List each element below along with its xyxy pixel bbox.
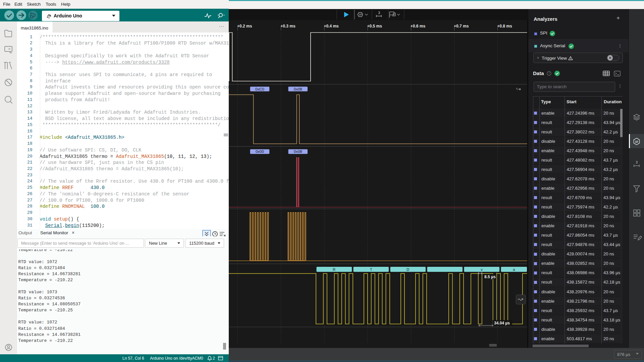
svg-text:+0.7 ms: +0.7 ms [454,24,469,28]
svg-text:+0.5 ms: +0.5 ms [367,24,382,28]
svg-text:+0.4 ms: +0.4 ms [324,24,339,28]
svg-text:1F: 1F [359,13,362,16]
svg-text:8.5 µs: 8.5 µs [484,275,496,279]
svg-text:3: 3 [378,11,380,15]
svg-text:+0.6 ms: +0.6 ms [411,24,426,28]
svg-text:34.04 µs: 34.04 µs [494,321,510,325]
svg-text:1F: 1F [635,140,638,143]
svg-text:0x00: 0x00 [256,149,264,154]
svg-text:0x08: 0x08 [294,149,302,154]
svg-text:v: v [481,267,483,272]
svg-text:3: 3 [636,161,638,164]
svg-text:R: R [333,267,335,272]
svg-text:T: T [370,267,372,272]
svg-text:↻■: ↻■ [516,87,521,91]
svg-text:0x08: 0x08 [294,87,302,91]
svg-text:0xC0: 0xC0 [255,87,264,91]
svg-text:+0.3 ms: +0.3 ms [280,24,296,28]
svg-text:a: a [513,267,515,272]
svg-text:+0.2 ms: +0.2 ms [237,24,252,28]
svg-text:+0.8 ms: +0.8 ms [497,24,512,28]
svg-text:?: ? [548,72,550,75]
svg-text:D: D [407,267,409,272]
